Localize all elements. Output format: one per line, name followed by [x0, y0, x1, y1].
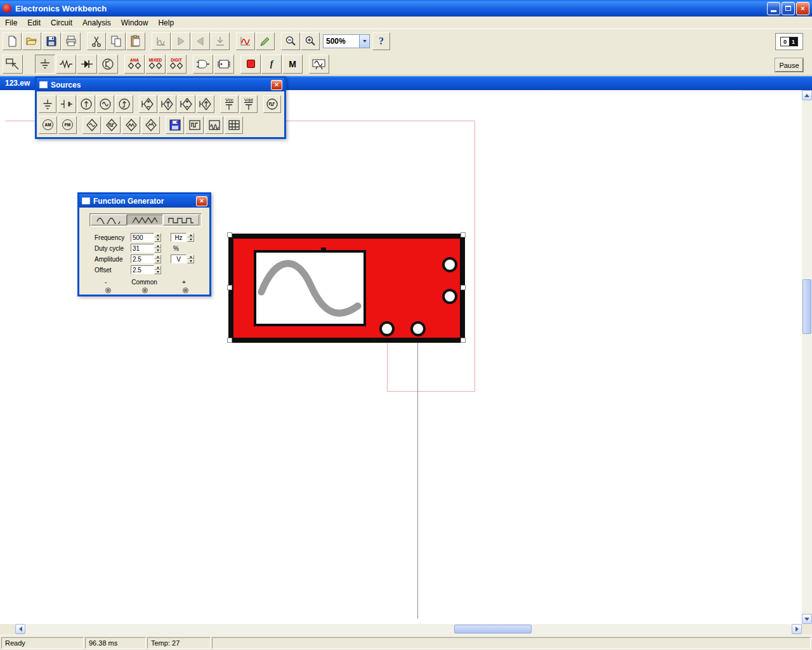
copy-button[interactable] — [107, 32, 126, 50]
close-icon[interactable]: × — [196, 196, 207, 206]
source-vccs-button[interactable] — [159, 95, 176, 113]
sources-titlebar[interactable]: Sources × — [37, 78, 284, 91]
source-ground-button[interactable] — [39, 95, 56, 113]
sources-bin-button[interactable] — [35, 55, 55, 74]
scroll-up-icon[interactable] — [802, 90, 812, 100]
source-cccs-button[interactable] — [197, 95, 214, 113]
source-pattern-button[interactable] — [225, 116, 243, 134]
pause-button[interactable]: Pause — [775, 58, 803, 72]
horizontal-scroll-thumb[interactable] — [454, 625, 532, 633]
menu-circuit[interactable]: Circuit — [46, 17, 77, 29]
display-graphs-button[interactable] — [236, 32, 255, 50]
source-vco-triangle-button[interactable] — [122, 116, 140, 134]
source-pulse-button[interactable] — [185, 116, 204, 134]
source-fm-button[interactable]: FM — [58, 116, 77, 134]
help-button[interactable]: ? — [372, 32, 390, 50]
drop-button[interactable] — [211, 32, 230, 50]
selection-handle[interactable] — [461, 285, 466, 290]
spin-up-icon[interactable] — [154, 244, 161, 248]
spin-up-icon[interactable] — [154, 255, 161, 259]
duty-cycle-stepper[interactable] — [154, 244, 161, 253]
new-button[interactable] — [3, 32, 22, 50]
power-switch[interactable]: 0 1 — [775, 33, 803, 50]
square-wave-button[interactable] — [163, 215, 199, 225]
transistors-bin-button[interactable] — [98, 55, 118, 74]
source-vcvs-button[interactable] — [139, 95, 157, 113]
source-fsk-button[interactable] — [205, 116, 223, 134]
minimize-button[interactable] — [767, 2, 780, 15]
menu-file[interactable]: File — [0, 17, 22, 29]
selection-handle[interactable] — [227, 285, 232, 290]
spin-down-icon[interactable] — [187, 259, 194, 263]
sources-palette-window[interactable]: Sources × Vcc Vdd AM — [35, 76, 286, 139]
duty-cycle-field[interactable]: 31 — [131, 244, 154, 253]
source-vdd-button[interactable]: Vdd — [240, 95, 258, 113]
flip-vertical-button[interactable] — [191, 32, 210, 50]
zoom-combobox[interactable]: 500% — [323, 34, 370, 48]
miscellaneous-bin-button[interactable]: M — [282, 55, 303, 74]
amplitude-unit-stepper[interactable] — [187, 255, 194, 263]
scroll-down-icon[interactable] — [802, 614, 812, 624]
logic-gates-bin-button[interactable] — [193, 55, 213, 74]
spin-down-icon[interactable] — [154, 259, 161, 263]
component-terminal[interactable] — [442, 257, 457, 272]
amplitude-stepper[interactable] — [154, 255, 161, 263]
source-vcc-button[interactable]: Vcc — [220, 95, 238, 113]
spin-down-icon[interactable] — [154, 270, 161, 274]
source-piecewise-button[interactable] — [141, 116, 160, 134]
selection-handle[interactable] — [461, 338, 466, 343]
menu-window[interactable]: Window — [116, 17, 154, 29]
offset-stepper[interactable] — [154, 265, 161, 274]
triangle-wave-button[interactable] — [127, 215, 163, 225]
spin-down-icon[interactable] — [187, 237, 194, 242]
amplitude-field[interactable]: 2.5 — [131, 255, 154, 263]
digital-ics-bin-button[interactable]: DIGIT — [166, 55, 187, 74]
basic-bin-button[interactable] — [56, 55, 76, 74]
scroll-right-icon[interactable] — [792, 624, 802, 634]
favorites-bin-button[interactable] — [3, 55, 23, 74]
flip-horizontal-button[interactable] — [171, 32, 190, 50]
scroll-left-icon[interactable] — [15, 624, 25, 634]
circuit-wire[interactable] — [417, 343, 418, 619]
cut-button[interactable] — [87, 32, 106, 50]
vertical-scroll-thumb[interactable] — [802, 279, 811, 334]
component-terminal[interactable] — [442, 289, 457, 304]
source-ac-voltage-button[interactable] — [96, 95, 114, 113]
component-terminal[interactable] — [379, 321, 395, 336]
selection-handle[interactable] — [227, 338, 232, 343]
source-vco-square-button[interactable] — [102, 116, 121, 134]
mixed-ics-bin-button[interactable]: MIXED — [145, 55, 166, 74]
analog-ics-bin-button[interactable]: ANA — [124, 55, 145, 74]
digital-bin-button[interactable] — [214, 55, 234, 74]
source-dc-current-button[interactable] — [77, 95, 95, 113]
spin-down-icon[interactable] — [154, 248, 161, 253]
spin-down-icon[interactable] — [154, 237, 161, 242]
close-button[interactable]: × — [796, 2, 809, 15]
spin-up-icon[interactable] — [187, 233, 194, 237]
menu-analysis[interactable]: Analysis — [77, 17, 116, 29]
source-am-button[interactable]: AM — [39, 116, 57, 134]
selection-handle[interactable] — [227, 232, 232, 237]
spin-up-icon[interactable] — [187, 255, 194, 259]
function-generator-titlebar[interactable]: Function Generator × — [79, 194, 209, 208]
offset-field[interactable]: 2.5 — [131, 265, 154, 274]
component-properties-button[interactable] — [256, 32, 275, 50]
function-generator-window[interactable]: Function Generator × Frequency 500 Hz Du… — [77, 192, 211, 296]
menu-help[interactable]: Help — [153, 17, 179, 29]
indicators-bin-button[interactable] — [240, 55, 261, 74]
zoom-out-button[interactable] — [281, 32, 300, 50]
close-icon[interactable]: × — [271, 80, 282, 90]
diodes-bin-button[interactable] — [77, 55, 97, 74]
horizontal-scrollbar[interactable] — [15, 624, 802, 634]
menu-edit[interactable]: Edit — [22, 17, 46, 29]
circuit-canvas[interactable] — [0, 90, 802, 624]
rotate-button[interactable] — [152, 32, 171, 50]
source-ac-current-button[interactable] — [115, 95, 133, 113]
app-titlebar[interactable]: Electronics Workbench × — [0, 0, 812, 17]
open-button[interactable] — [22, 32, 41, 50]
chevron-down-icon[interactable] — [359, 35, 369, 48]
maximize-button[interactable] — [782, 2, 795, 15]
source-vco-sine-button[interactable] — [82, 116, 101, 134]
source-clock-button[interactable] — [263, 95, 281, 113]
frequency-field[interactable]: 500 — [131, 233, 154, 242]
